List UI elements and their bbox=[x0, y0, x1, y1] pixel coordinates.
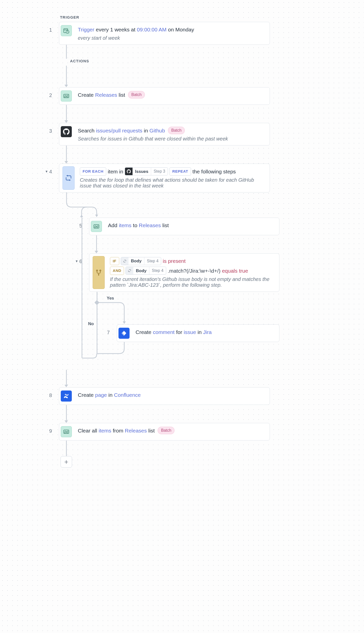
svg-text:{x}: {x} bbox=[65, 94, 68, 98]
trigger-summary: Trigger every 1 weeks at 09:00:00 AM on … bbox=[78, 26, 265, 34]
step3-description: Searches for issues in Github that were … bbox=[78, 136, 265, 142]
step-number-1: 1 bbox=[44, 22, 59, 38]
section-label-trigger: TRIGGER bbox=[60, 15, 320, 19]
step2-summary: Create Releases list Batch bbox=[78, 91, 265, 99]
loop-ref-icon bbox=[126, 267, 133, 274]
branch-icon bbox=[93, 256, 105, 289]
step5-summary: Add items to Releases list bbox=[108, 221, 275, 229]
variable-icon: {x} bbox=[61, 90, 72, 102]
if-line-2: AND Body Step 4 .match?(/Jira:\w+-\d+/) … bbox=[110, 267, 275, 275]
step4-summary: FOR EACH item in Issues Step 3 REPEAT th… bbox=[80, 167, 265, 176]
step-card-clear-list[interactable]: {x} Clear all items from Releases list B… bbox=[59, 423, 270, 441]
step8-summary: Create page in Confluence bbox=[78, 391, 265, 399]
datapill-issues[interactable]: Issues Step 3 bbox=[125, 167, 168, 175]
svg-marker-15 bbox=[98, 275, 100, 276]
step-card-confluence-page[interactable]: Create page in Confluence bbox=[59, 387, 270, 405]
svg-marker-16 bbox=[123, 321, 126, 324]
if-line-1: IF Body Step 4 is present bbox=[110, 257, 275, 265]
variable-icon: {x} bbox=[91, 221, 102, 232]
batch-badge: Batch bbox=[128, 91, 145, 99]
step-number-9: 9 bbox=[44, 423, 59, 439]
step-card-add-items[interactable]: {x} Add items to Releases list bbox=[89, 218, 279, 235]
repeat-chip: REPEAT bbox=[169, 167, 191, 176]
svg-marker-10 bbox=[80, 215, 83, 217]
branch-label-yes: Yes bbox=[107, 296, 114, 301]
step-number-8: 8 bbox=[44, 387, 59, 403]
svg-text:{x}: {x} bbox=[65, 430, 68, 433]
confluence-icon bbox=[61, 391, 72, 402]
calendar-clock-icon bbox=[61, 25, 72, 36]
step-number-3: 3 bbox=[44, 123, 59, 139]
step3-summary: Search issues/pull requests in Github Ba… bbox=[78, 127, 265, 135]
svg-marker-8 bbox=[69, 179, 71, 181]
svg-text:{x}: {x} bbox=[95, 225, 98, 228]
and-chip: AND bbox=[110, 267, 124, 275]
step-number-2: 2 bbox=[44, 87, 59, 103]
batch-badge: Batch bbox=[158, 427, 174, 434]
svg-point-14 bbox=[100, 270, 101, 271]
section-label-actions: ACTIONS bbox=[70, 59, 320, 63]
loop-icon bbox=[63, 166, 75, 190]
datapill-body-2[interactable]: Body Step 4 bbox=[126, 267, 166, 275]
chevron-down-icon[interactable]: ▼ bbox=[45, 164, 48, 180]
jira-icon bbox=[118, 328, 130, 339]
step-number-4[interactable]: ▼4 bbox=[44, 164, 59, 180]
step4-description: Creates the for loop that defines what a… bbox=[80, 177, 265, 189]
datapill-body-1[interactable]: Body Step 4 bbox=[121, 257, 161, 265]
github-icon bbox=[61, 126, 72, 137]
svg-marker-9 bbox=[95, 215, 98, 217]
add-step-button[interactable]: ＋ bbox=[60, 456, 72, 468]
step-card-trigger[interactable]: Trigger every 1 weeks at 09:00:00 AM on … bbox=[59, 22, 270, 45]
loop-ref-icon bbox=[121, 257, 129, 265]
step-card-github-search[interactable]: Search issues/pull requests in Github Ba… bbox=[59, 123, 270, 146]
svg-point-13 bbox=[96, 270, 98, 271]
plus-icon: ＋ bbox=[63, 457, 70, 466]
batch-badge: Batch bbox=[168, 127, 185, 134]
step-card-jira-comment[interactable]: Create comment for issue in Jira bbox=[117, 324, 279, 342]
step-card-create-list[interactable]: {x} Create Releases list Batch bbox=[59, 87, 270, 105]
variable-icon: {x} bbox=[61, 426, 72, 437]
step7-summary: Create comment for issue in Jira bbox=[136, 328, 275, 336]
if-chip: IF bbox=[110, 257, 119, 265]
svg-marker-7 bbox=[66, 175, 68, 177]
step-number-7: 7 bbox=[102, 324, 117, 340]
foreach-chip: FOR EACH bbox=[80, 167, 106, 176]
step-card-if-condition[interactable]: IF Body Step 4 is present AND Body Step … bbox=[89, 253, 279, 292]
chevron-down-icon[interactable]: ▼ bbox=[75, 253, 78, 269]
step9-summary: Clear all items from Releases list Batch bbox=[78, 427, 265, 435]
step6-description: If the current iteration's Github issue … bbox=[110, 276, 275, 288]
step-card-foreach[interactable]: FOR EACH item in Issues Step 3 REPEAT th… bbox=[59, 164, 270, 192]
trigger-description: every start of week bbox=[78, 35, 265, 41]
